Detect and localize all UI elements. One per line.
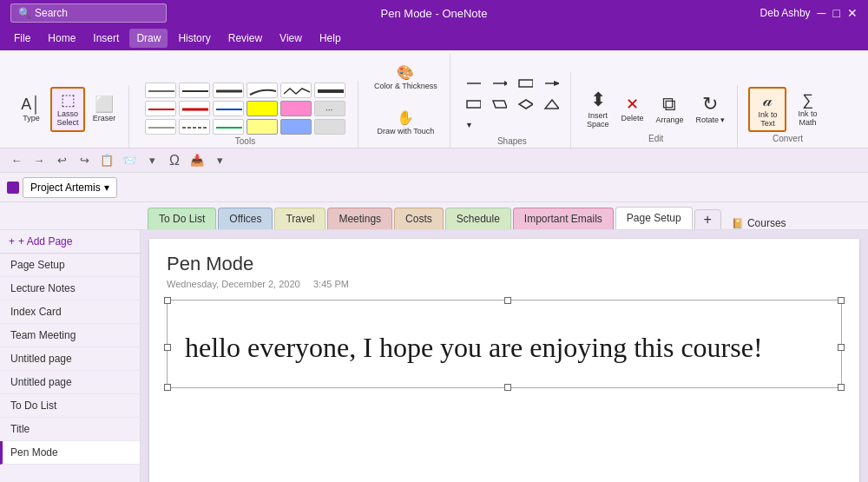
pen-stroke-3[interactable]: [213, 83, 244, 98]
handle-bm[interactable]: [504, 384, 511, 391]
pen-stroke-8[interactable]: [179, 101, 210, 116]
shape-rect[interactable]: [461, 95, 485, 114]
window-minimize[interactable]: ─: [818, 6, 826, 20]
menu-file[interactable]: File: [7, 29, 37, 48]
pen-stroke-1[interactable]: [145, 83, 176, 98]
special-char[interactable]: Ω: [165, 151, 184, 170]
ribbon-group-select: A│ Type ⬚ LassoSelect ⬜ Eraser: [7, 85, 129, 148]
menu-home[interactable]: Home: [41, 29, 82, 48]
email-icon[interactable]: 📨: [120, 151, 139, 170]
tab-important-emails[interactable]: Important Emails: [513, 208, 614, 229]
window-maximize[interactable]: □: [833, 6, 840, 20]
tab-meetings[interactable]: Meetings: [327, 208, 392, 229]
sidebar-untitled-1[interactable]: Untitled page: [0, 347, 140, 371]
handle-tl[interactable]: [164, 297, 171, 304]
shape-triangle[interactable]: [539, 95, 563, 114]
type-button[interactable]: A│ Type: [14, 87, 49, 132]
lasso-select-button[interactable]: ⬚ LassoSelect: [50, 87, 85, 132]
pen-stroke-6[interactable]: [314, 83, 345, 98]
sidebar-index-card[interactable]: Index Card: [0, 300, 140, 324]
insert-space-button[interactable]: ⬍ InsertSpace: [582, 87, 615, 132]
tab-add[interactable]: +: [694, 209, 721, 229]
pen-stroke-13[interactable]: [213, 119, 244, 135]
menu-history[interactable]: History: [171, 29, 217, 48]
shape-arrow[interactable]: [487, 74, 511, 93]
highlight-pink[interactable]: [280, 101, 312, 116]
menu-help[interactable]: Help: [312, 29, 348, 48]
shape-diamond[interactable]: [513, 95, 537, 114]
tab-travel[interactable]: Travel: [274, 208, 326, 229]
pen-stroke-11[interactable]: [145, 119, 176, 135]
ink-to-math-button[interactable]: ∑ Ink toMath: [788, 87, 826, 132]
undo-button[interactable]: ↩: [52, 151, 71, 170]
handle-bl[interactable]: [164, 384, 171, 391]
back-button[interactable]: ←: [7, 151, 26, 170]
handle-tm[interactable]: [504, 297, 511, 304]
sidebar-lecture-notes[interactable]: Lecture Notes: [0, 277, 140, 300]
search-box[interactable]: 🔍 Search: [10, 3, 167, 23]
pen-stroke-more[interactable]: ···: [314, 101, 345, 116]
menu-review[interactable]: Review: [221, 29, 269, 48]
notebook-icon-small: 📔: [732, 218, 744, 229]
delete-button[interactable]: ✕ Delete: [615, 87, 648, 132]
handle-br[interactable]: [838, 384, 845, 391]
quick-access-toolbar: ← → ↩ ↪ 📋 📨 ▾ Ω 📥 ▾: [0, 149, 868, 173]
pen-stroke-4[interactable]: [247, 83, 278, 98]
tab-schedule[interactable]: Schedule: [445, 208, 511, 229]
tab-costs[interactable]: Costs: [394, 208, 444, 229]
window-close[interactable]: ✕: [847, 6, 858, 20]
ribbon: A│ Type ⬚ LassoSelect ⬜ Eraser: [0, 50, 868, 149]
pen-stroke-2[interactable]: [179, 83, 210, 98]
arrange-button[interactable]: ⧉ Arrange: [650, 87, 688, 132]
handle-mr[interactable]: [838, 344, 845, 351]
tab-offices[interactable]: Offices: [218, 208, 273, 229]
color-thickness-button[interactable]: 🎨 Color & Thickness: [369, 56, 443, 101]
draw-with-touch-button[interactable]: ✋ Draw with Touch: [372, 101, 440, 146]
pen-stroke-5[interactable]: [280, 83, 312, 98]
shape-line[interactable]: [461, 74, 485, 93]
dropdown-arrow[interactable]: ▾: [142, 151, 161, 170]
pen-stroke-more2[interactable]: [314, 119, 345, 135]
page-tabs: To Do List Offices Travel Meetings Costs…: [0, 202, 868, 230]
sidebar-title[interactable]: Title: [0, 418, 140, 441]
sidebar-pen-mode[interactable]: Pen Mode: [0, 441, 140, 465]
page-icon[interactable]: 📋: [97, 151, 116, 170]
more-icon[interactable]: ▾: [210, 151, 229, 170]
ribbon-group-tools: ··· Tools: [133, 81, 358, 148]
rotate-button[interactable]: ↻ Rotate ▾: [690, 87, 730, 132]
shape-arrow-right[interactable]: [539, 74, 563, 93]
paste-icon[interactable]: 📥: [187, 151, 207, 170]
notebook-selector[interactable]: Project Artemis ▾: [23, 177, 117, 198]
shape-parallelogram[interactable]: [487, 95, 511, 114]
sidebar-page-setup[interactable]: Page Setup: [0, 254, 140, 277]
redo-button[interactable]: ↪: [75, 151, 94, 170]
user-name[interactable]: Deb Ashby: [760, 7, 811, 19]
highlight-yellow[interactable]: [247, 101, 278, 116]
pen-stroke-7[interactable]: [145, 101, 176, 116]
sidebar-untitled-2[interactable]: Untitled page: [0, 371, 140, 394]
shape-more[interactable]: ▼: [461, 116, 477, 135]
tab-todo-list[interactable]: To Do List: [148, 208, 216, 229]
search-placeholder: Search: [35, 7, 68, 19]
highlight-blue[interactable]: [280, 119, 312, 135]
tab-page-setup[interactable]: Page Setup: [615, 207, 693, 229]
svg-marker-19: [519, 100, 533, 109]
menu-view[interactable]: View: [273, 29, 309, 48]
handwriting-container[interactable]: hello everyone, I hope you are enjoying …: [167, 300, 842, 388]
menu-insert[interactable]: Insert: [86, 29, 126, 48]
shape-rect-corner[interactable]: [513, 74, 537, 93]
edit-label: Edit: [648, 134, 663, 143]
handle-ml[interactable]: [164, 344, 171, 351]
eraser-button[interactable]: ⬜ Eraser: [87, 87, 122, 132]
handle-tr[interactable]: [838, 297, 845, 304]
add-page-button[interactable]: + + Add Page: [0, 230, 140, 254]
forward-button[interactable]: →: [30, 151, 49, 170]
menu-draw[interactable]: Draw: [129, 29, 168, 48]
sidebar-todo-list[interactable]: To Do List: [0, 394, 140, 418]
courses-label[interactable]: Courses: [747, 217, 786, 229]
pen-stroke-12[interactable]: [179, 119, 210, 135]
sidebar-team-meeting[interactable]: Team Meeting: [0, 324, 140, 347]
ink-to-text-button[interactable]: 𝒶 Ink toText: [748, 87, 786, 132]
pen-stroke-9[interactable]: [213, 101, 244, 116]
highlight-yellow2[interactable]: [247, 119, 278, 135]
